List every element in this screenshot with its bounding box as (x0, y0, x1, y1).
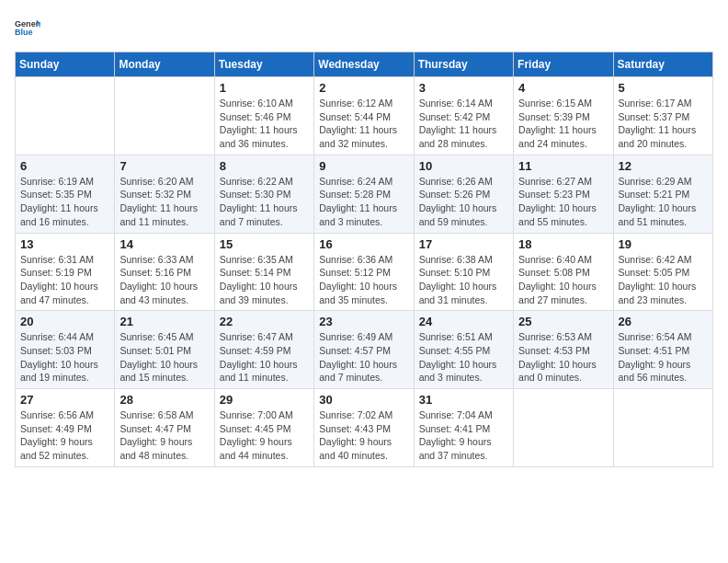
calendar-cell: 29Sunrise: 7:00 AMSunset: 4:45 PMDayligh… (214, 389, 313, 467)
calendar-cell: 7Sunrise: 6:20 AMSunset: 5:32 PMDaylight… (115, 155, 214, 233)
calendar-cell: 2Sunrise: 6:12 AMSunset: 5:44 PMDaylight… (314, 77, 414, 155)
day-number: 31 (419, 393, 508, 407)
day-number: 21 (119, 315, 209, 328)
calendar-cell: 22Sunrise: 6:47 AMSunset: 4:59 PMDayligh… (214, 311, 313, 389)
logo: General Blue (15, 15, 40, 40)
header-sunday: Sunday (16, 52, 115, 77)
cell-detail: Sunrise: 6:53 AMSunset: 4:53 PMDaylight:… (518, 330, 608, 385)
day-number: 5 (619, 81, 708, 95)
calendar-cell: 11Sunrise: 6:27 AMSunset: 5:23 PMDayligh… (514, 155, 613, 233)
calendar-cell: 23Sunrise: 6:49 AMSunset: 4:57 PMDayligh… (314, 311, 414, 389)
cell-detail: Sunrise: 6:10 AMSunset: 5:46 PMDaylight:… (220, 97, 309, 151)
day-number: 19 (619, 237, 708, 251)
cell-detail: Sunrise: 6:49 AMSunset: 4:57 PMDaylight:… (319, 330, 408, 385)
calendar-cell: 3Sunrise: 6:14 AMSunset: 5:42 PMDaylight… (414, 77, 513, 155)
header-friday: Friday (514, 52, 613, 77)
day-number: 11 (518, 159, 608, 173)
calendar-cell: 8Sunrise: 6:22 AMSunset: 5:30 PMDaylight… (214, 155, 313, 233)
day-number: 17 (419, 237, 508, 251)
calendar-cell: 27Sunrise: 6:56 AMSunset: 4:49 PMDayligh… (16, 389, 115, 467)
cell-detail: Sunrise: 6:51 AMSunset: 4:55 PMDaylight:… (419, 330, 508, 385)
day-number: 22 (220, 315, 309, 328)
day-number: 8 (220, 159, 309, 173)
cell-detail: Sunrise: 6:56 AMSunset: 4:49 PMDaylight:… (20, 408, 109, 463)
cell-detail: Sunrise: 6:33 AMSunset: 5:16 PMDaylight:… (119, 253, 209, 307)
cell-detail: Sunrise: 7:02 AMSunset: 4:43 PMDaylight:… (319, 408, 408, 463)
cell-detail: Sunrise: 6:27 AMSunset: 5:23 PMDaylight:… (518, 175, 608, 229)
cell-detail: Sunrise: 6:17 AMSunset: 5:37 PMDaylight:… (619, 97, 708, 151)
header-wednesday: Wednesday (314, 52, 414, 77)
day-number: 24 (419, 315, 508, 328)
calendar-cell: 25Sunrise: 6:53 AMSunset: 4:53 PMDayligh… (514, 311, 613, 389)
calendar-cell: 28Sunrise: 6:58 AMSunset: 4:47 PMDayligh… (115, 389, 214, 467)
calendar-cell: 16Sunrise: 6:36 AMSunset: 5:12 PMDayligh… (314, 233, 414, 311)
calendar-cell: 18Sunrise: 6:40 AMSunset: 5:08 PMDayligh… (514, 233, 613, 311)
calendar-cell: 12Sunrise: 6:29 AMSunset: 5:21 PMDayligh… (613, 155, 712, 233)
cell-detail: Sunrise: 6:14 AMSunset: 5:42 PMDaylight:… (419, 97, 508, 151)
calendar-cell: 4Sunrise: 6:15 AMSunset: 5:39 PMDaylight… (514, 77, 613, 155)
calendar-cell: 26Sunrise: 6:54 AMSunset: 4:51 PMDayligh… (613, 311, 712, 389)
calendar-cell: 15Sunrise: 6:35 AMSunset: 5:14 PMDayligh… (214, 233, 313, 311)
calendar-cell: 21Sunrise: 6:45 AMSunset: 5:01 PMDayligh… (115, 311, 214, 389)
calendar-week-row: 6Sunrise: 6:19 AMSunset: 5:35 PMDaylight… (16, 155, 713, 233)
header-saturday: Saturday (613, 52, 712, 77)
day-number: 1 (220, 81, 309, 95)
day-number: 29 (220, 393, 309, 407)
cell-detail: Sunrise: 6:44 AMSunset: 5:03 PMDaylight:… (20, 330, 109, 385)
svg-text:Blue: Blue (15, 28, 33, 37)
cell-detail: Sunrise: 6:47 AMSunset: 4:59 PMDaylight:… (220, 330, 309, 385)
day-number: 2 (319, 81, 408, 95)
day-number: 9 (319, 159, 408, 173)
calendar-week-row: 20Sunrise: 6:44 AMSunset: 5:03 PMDayligh… (16, 311, 713, 389)
day-number: 27 (20, 393, 109, 407)
cell-detail: Sunrise: 7:00 AMSunset: 4:45 PMDaylight:… (220, 408, 309, 463)
calendar-cell: 17Sunrise: 6:38 AMSunset: 5:10 PMDayligh… (414, 233, 513, 311)
calendar-cell: 31Sunrise: 7:04 AMSunset: 4:41 PMDayligh… (414, 389, 513, 467)
page-header: General Blue (15, 15, 713, 40)
calendar-week-row: 27Sunrise: 6:56 AMSunset: 4:49 PMDayligh… (16, 389, 713, 467)
calendar-cell: 13Sunrise: 6:31 AMSunset: 5:19 PMDayligh… (16, 233, 115, 311)
day-number: 25 (518, 315, 608, 328)
cell-detail: Sunrise: 6:22 AMSunset: 5:30 PMDaylight:… (220, 175, 309, 229)
cell-detail: Sunrise: 6:42 AMSunset: 5:05 PMDaylight:… (619, 253, 708, 307)
cell-detail: Sunrise: 6:36 AMSunset: 5:12 PMDaylight:… (319, 253, 408, 307)
calendar-cell (115, 77, 214, 155)
calendar-week-row: 1Sunrise: 6:10 AMSunset: 5:46 PMDaylight… (16, 77, 713, 155)
day-number: 14 (119, 237, 209, 251)
day-number: 10 (419, 159, 508, 173)
day-number: 28 (119, 393, 209, 407)
calendar-header-row: SundayMondayTuesdayWednesdayThursdayFrid… (16, 52, 713, 77)
header-thursday: Thursday (414, 52, 513, 77)
cell-detail: Sunrise: 6:29 AMSunset: 5:21 PMDaylight:… (619, 175, 708, 229)
cell-detail: Sunrise: 6:54 AMSunset: 4:51 PMDaylight:… (619, 330, 708, 385)
calendar-cell: 14Sunrise: 6:33 AMSunset: 5:16 PMDayligh… (115, 233, 214, 311)
calendar-cell (16, 77, 115, 155)
cell-detail: Sunrise: 6:40 AMSunset: 5:08 PMDaylight:… (518, 253, 608, 307)
cell-detail: Sunrise: 7:04 AMSunset: 4:41 PMDaylight:… (419, 408, 508, 463)
day-number: 12 (619, 159, 708, 173)
calendar-cell (514, 389, 613, 467)
cell-detail: Sunrise: 6:38 AMSunset: 5:10 PMDaylight:… (419, 253, 508, 307)
day-number: 3 (419, 81, 508, 95)
cell-detail: Sunrise: 6:35 AMSunset: 5:14 PMDaylight:… (220, 253, 309, 307)
calendar-cell: 9Sunrise: 6:24 AMSunset: 5:28 PMDaylight… (314, 155, 414, 233)
day-number: 23 (319, 315, 408, 328)
day-number: 15 (220, 237, 309, 251)
day-number: 4 (518, 81, 608, 95)
header-monday: Monday (115, 52, 214, 77)
calendar-cell: 10Sunrise: 6:26 AMSunset: 5:26 PMDayligh… (414, 155, 513, 233)
calendar-cell: 6Sunrise: 6:19 AMSunset: 5:35 PMDaylight… (16, 155, 115, 233)
calendar-cell: 30Sunrise: 7:02 AMSunset: 4:43 PMDayligh… (314, 389, 414, 467)
header-tuesday: Tuesday (214, 52, 313, 77)
calendar-cell: 19Sunrise: 6:42 AMSunset: 5:05 PMDayligh… (613, 233, 712, 311)
cell-detail: Sunrise: 6:15 AMSunset: 5:39 PMDaylight:… (518, 97, 608, 151)
day-number: 6 (20, 159, 109, 173)
calendar-cell: 1Sunrise: 6:10 AMSunset: 5:46 PMDaylight… (214, 77, 313, 155)
calendar-week-row: 13Sunrise: 6:31 AMSunset: 5:19 PMDayligh… (16, 233, 713, 311)
calendar-cell: 5Sunrise: 6:17 AMSunset: 5:37 PMDaylight… (613, 77, 712, 155)
day-number: 30 (319, 393, 408, 407)
day-number: 20 (20, 315, 109, 328)
logo-icon: General Blue (15, 15, 40, 40)
cell-detail: Sunrise: 6:12 AMSunset: 5:44 PMDaylight:… (319, 97, 408, 151)
day-number: 26 (619, 315, 708, 328)
